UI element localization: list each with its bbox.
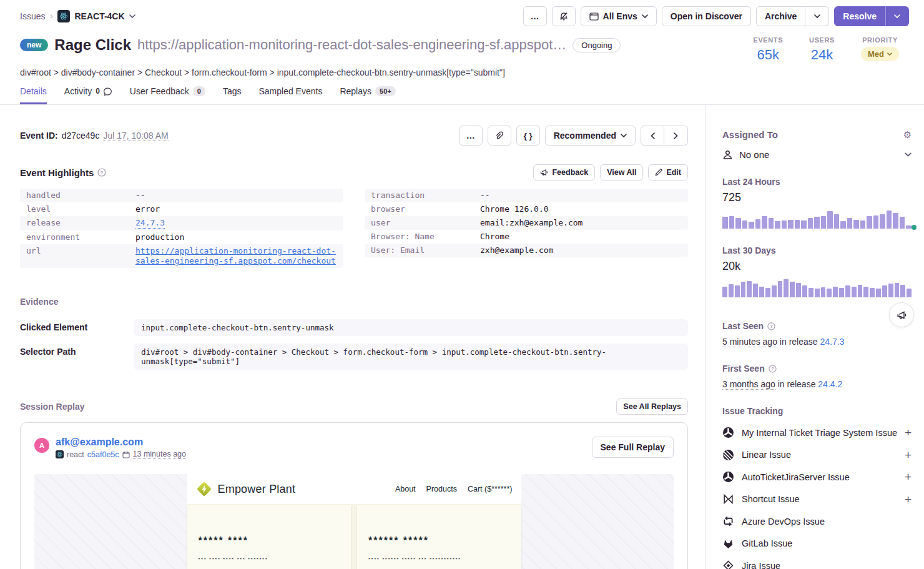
- help-icon[interactable]: ?: [97, 168, 106, 177]
- chart-bar: [852, 287, 857, 297]
- tabs: DetailsActivity0User Feedback0TagsSample…: [0, 77, 924, 105]
- users-label: USERS: [809, 36, 835, 44]
- assignee-selector[interactable]: No one: [722, 149, 912, 160]
- chart-bar: [759, 287, 764, 297]
- issue-tracking-row[interactable]: Azure DevOps Issue: [722, 510, 912, 533]
- add-issue-button[interactable]: +: [905, 471, 912, 483]
- priority-value: Med: [868, 49, 884, 59]
- session-replay-header: Session Replay See All Replays: [20, 398, 688, 415]
- breadcrumb-issues-link[interactable]: Issues: [20, 11, 45, 21]
- event-more-button[interactable]: …: [459, 126, 483, 146]
- replay-site-nav-item: Cart ($******): [468, 485, 513, 493]
- chart-bar: [769, 218, 774, 229]
- highlight-key: level: [26, 204, 135, 214]
- replay-user-block: afk@example.com react c5af0e5c 13 minute…: [56, 437, 186, 459]
- chevron-down-icon: [894, 14, 900, 18]
- help-icon[interactable]: ?: [769, 365, 777, 373]
- next-event-button[interactable]: [664, 126, 688, 146]
- tab-activity[interactable]: Activity0: [64, 86, 112, 104]
- feedback-label: Feedback: [552, 168, 588, 177]
- see-all-replays-button[interactable]: See All Replays: [616, 398, 688, 415]
- view-all-button[interactable]: View All: [600, 164, 643, 181]
- help-icon[interactable]: ?: [767, 322, 775, 330]
- last-24-hours-total: 725: [722, 191, 912, 204]
- mute-button[interactable]: [552, 6, 576, 26]
- empower-plant-logo-icon: [196, 481, 212, 497]
- resolve-button[interactable]: Resolve: [834, 6, 885, 26]
- archive-button[interactable]: Archive: [756, 6, 805, 26]
- chart-bar: [821, 216, 827, 229]
- events-stat: EVENTS 65k: [753, 36, 783, 63]
- previous-event-button[interactable]: [641, 126, 664, 146]
- evidence-value: div#root > div#body-container > Checkout…: [134, 344, 688, 370]
- issue-tracking-row[interactable]: Linear Issue+: [722, 444, 912, 467]
- highlight-value[interactable]: https://application-monitoring-react-dot…: [135, 246, 337, 266]
- issue-tracking-row[interactable]: Jira Issue: [722, 555, 912, 569]
- events-count-link[interactable]: 65k: [757, 47, 779, 63]
- issue-tracking-row[interactable]: My Internal Ticket Triage System Issue+: [722, 422, 912, 444]
- see-all-replays-label: See All Replays: [623, 402, 681, 411]
- copy-link-button[interactable]: [488, 126, 511, 146]
- first-seen-release-link[interactable]: 24.4.2: [818, 379, 842, 389]
- tab-sampled-events[interactable]: Sampled Events: [258, 86, 322, 104]
- add-issue-button[interactable]: +: [905, 449, 912, 461]
- add-issue-button[interactable]: +: [905, 427, 912, 438]
- issue-tracking-list: My Internal Ticket Triage System Issue+L…: [722, 422, 912, 569]
- tab-tags[interactable]: Tags: [223, 86, 242, 104]
- issue-tracking-row[interactable]: AutoTicketJiraServer Issue+: [722, 466, 912, 488]
- last-seen-infix: in release: [780, 337, 818, 347]
- project-selector[interactable]: REACT-4CK: [57, 10, 135, 22]
- tab-count: 0: [96, 87, 100, 96]
- gitlab-icon: [722, 538, 734, 550]
- edit-button[interactable]: Edit: [648, 164, 688, 181]
- tab-user-feedback[interactable]: User Feedback0: [130, 86, 205, 104]
- archive-dropdown-button[interactable]: [805, 6, 829, 26]
- last-24-hours-chart[interactable]: [722, 210, 912, 229]
- event-timestamp[interactable]: Jul 17, 10:08 AM: [103, 131, 168, 141]
- issue-tracking-row[interactable]: Shortcut Issue+: [722, 488, 912, 511]
- svg-text:?: ?: [101, 170, 104, 176]
- add-issue-button[interactable]: +: [905, 493, 912, 505]
- chart-bar: [790, 282, 795, 297]
- last-seen-release-link[interactable]: 24.7.3: [820, 337, 844, 347]
- replay-id-link[interactable]: c5af0e5c: [87, 450, 119, 459]
- more-options-button[interactable]: …: [523, 6, 547, 26]
- feedback-fab-button[interactable]: [889, 302, 914, 327]
- issue-tracking-label: GitLab Issue: [742, 538, 912, 548]
- replay-user-link[interactable]: afk@example.com: [56, 437, 186, 448]
- last-seen-ago[interactable]: 5 minutes ago: [722, 337, 777, 347]
- content: Event ID: d27ce49c Jul 17, 10:08 AM … { …: [0, 105, 924, 569]
- tab-replays[interactable]: Replays50+: [340, 86, 395, 104]
- chevron-down-icon: [129, 14, 135, 18]
- see-full-replay-button[interactable]: See Full Replay: [592, 437, 674, 458]
- view-json-button[interactable]: { }: [516, 126, 540, 146]
- event-highlights-tables: handled--levelerrorrelease24.7.3environm…: [20, 189, 688, 268]
- highlight-value[interactable]: 24.7.3: [135, 218, 165, 229]
- issue-tracking-label: Jira Issue: [742, 561, 912, 569]
- replay-viewport[interactable]: Empower Plant AboutProductsCart ($******…: [34, 474, 674, 569]
- issue-title: Rage Click: [54, 36, 131, 54]
- replay-site-preview: Empower Plant AboutProductsCart ($******…: [187, 474, 521, 569]
- users-count-link[interactable]: 24k: [811, 47, 833, 63]
- issue-tracking-row[interactable]: GitLab Issue: [722, 533, 912, 555]
- feedback-button[interactable]: Feedback: [533, 164, 595, 181]
- last-30-days-chart[interactable]: [722, 279, 912, 297]
- chart-bar: [788, 220, 794, 229]
- tab-label: Tags: [223, 86, 242, 96]
- shortcut-icon: [722, 493, 734, 505]
- resolve-dropdown-button[interactable]: [885, 6, 909, 26]
- highlight-row: environmentproduction: [20, 230, 343, 244]
- archive-label: Archive: [765, 11, 797, 21]
- tab-details[interactable]: Details: [20, 86, 47, 104]
- replay-time-ago[interactable]: 13 minutes ago: [133, 450, 186, 459]
- tab-label: Activity: [64, 86, 92, 96]
- highlight-key: environment: [26, 232, 135, 242]
- chart-bar: [847, 218, 853, 229]
- first-seen-ago[interactable]: 3 months ago: [722, 379, 775, 390]
- priority-selector[interactable]: Med: [861, 47, 899, 61]
- chart-bar: [729, 284, 734, 297]
- event-view-select[interactable]: Recommended: [545, 126, 636, 146]
- open-in-discover-button[interactable]: Open in Discover: [662, 6, 751, 26]
- environment-filter-button[interactable]: All Envs: [581, 6, 657, 26]
- gear-icon[interactable]: ⚙: [903, 130, 912, 139]
